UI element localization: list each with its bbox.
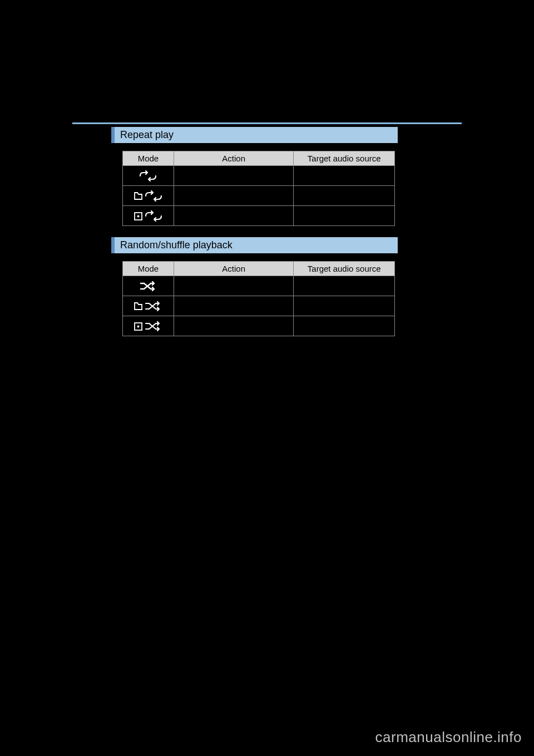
table-row <box>123 206 395 226</box>
col-header-target: Target audio source <box>294 151 395 166</box>
col-header-action: Action <box>174 262 293 276</box>
mode-cell <box>123 316 174 336</box>
target-cell <box>294 296 395 316</box>
section-header-shuffle: Random/shuffle playback <box>111 237 398 253</box>
target-cell <box>294 166 395 186</box>
horizontal-rule <box>72 122 462 124</box>
shuffle-table: Mode Action Target audio source <box>122 261 395 336</box>
col-header-action: Action <box>174 151 293 166</box>
table-row <box>123 166 395 186</box>
shuffle-icon <box>140 281 156 290</box>
target-cell <box>294 186 395 206</box>
svg-point-3 <box>137 325 140 327</box>
action-cell <box>174 316 293 336</box>
action-cell <box>174 296 293 316</box>
mode-cell <box>123 206 174 226</box>
repeat-folder-icon <box>134 190 162 200</box>
table-header-row: Mode Action Target audio source <box>123 262 395 276</box>
shuffle-folder-icon <box>134 301 162 310</box>
mode-cell <box>123 296 174 316</box>
watermark-text: carmanualsonline.info <box>375 729 522 746</box>
table-row <box>123 276 395 296</box>
target-cell <box>294 276 395 296</box>
table-row <box>123 296 395 316</box>
table-header-row: Mode Action Target audio source <box>123 151 395 166</box>
repeat-table: Mode Action Target audio source <box>122 151 395 226</box>
col-header-mode: Mode <box>123 151 174 166</box>
table-row <box>123 186 395 206</box>
mode-cell <box>123 166 174 186</box>
target-cell <box>294 206 395 226</box>
mode-cell <box>123 276 174 296</box>
target-cell <box>294 316 395 336</box>
mode-cell <box>123 186 174 206</box>
action-cell <box>174 206 293 226</box>
action-cell <box>174 166 293 186</box>
col-header-mode: Mode <box>123 262 174 276</box>
section-header-repeat: Repeat play <box>111 127 398 143</box>
action-cell <box>174 276 293 296</box>
repeat-disc-icon <box>134 210 162 220</box>
table-row <box>123 316 395 336</box>
action-cell <box>174 186 293 206</box>
shuffle-disc-icon <box>134 321 162 330</box>
svg-point-1 <box>137 215 140 217</box>
repeat-track-icon <box>139 170 157 180</box>
page-content: Repeat play Mode Action Target audio sou… <box>111 127 398 347</box>
col-header-target: Target audio source <box>294 262 395 276</box>
